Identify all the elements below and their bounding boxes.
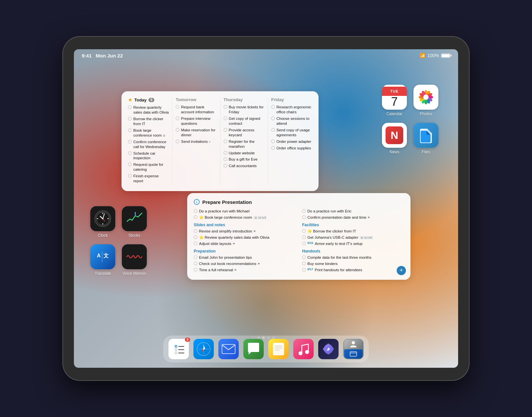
cal-date-number: 7 bbox=[391, 96, 398, 108]
today-star-icon: ★ bbox=[128, 97, 132, 102]
pres-circle bbox=[194, 262, 197, 265]
cal-day-label: TUE bbox=[382, 87, 407, 96]
calendar-icon: TUE 7 bbox=[382, 85, 407, 110]
dock-reminders[interactable]: 9 bbox=[168, 339, 189, 359]
translate-icon: A 文 bbox=[90, 244, 115, 269]
preparation-section-title: Preparation bbox=[194, 249, 296, 253]
task-item: Call accountants bbox=[224, 164, 264, 168]
task-item: Borrow the clicker from IT bbox=[128, 117, 169, 126]
task-text: ⭐ Review quarterly sales data with Olivi… bbox=[199, 235, 269, 240]
task-text: Get Johanna's USB-C adapter ⊞ 6d left bbox=[307, 235, 373, 240]
task-text: Revise and simplify introduction ⚑ bbox=[199, 229, 256, 234]
files-app[interactable]: Files bbox=[413, 123, 438, 154]
pres-circle bbox=[194, 235, 197, 239]
pres-circle bbox=[302, 215, 306, 219]
task-text: Prepare interview questions bbox=[181, 116, 216, 126]
reminders-badge: 9 bbox=[185, 338, 190, 342]
pres-task: Do a practice run with Eric bbox=[302, 209, 404, 214]
translate-app[interactable]: A 文 Translate bbox=[90, 244, 115, 276]
dock-cardhop[interactable] bbox=[343, 339, 364, 359]
add-task-button[interactable]: + bbox=[397, 266, 406, 275]
task-item: Schedule car inspection bbox=[128, 151, 169, 161]
svg-rect-46 bbox=[273, 343, 284, 355]
pres-circle bbox=[302, 268, 306, 272]
clock-icon bbox=[90, 206, 115, 231]
thursday-title: Thursday bbox=[224, 97, 264, 102]
dock-safari[interactable] bbox=[193, 339, 214, 359]
news-app[interactable]: N News bbox=[382, 123, 407, 154]
battery-percent: 100% bbox=[427, 53, 439, 58]
task-text: Schedule car inspection bbox=[133, 151, 169, 161]
task-item: Choose sessions to attend bbox=[271, 116, 312, 126]
task-item: Request bank account information bbox=[176, 105, 216, 115]
task-text: Make reservation for dinner bbox=[181, 128, 216, 138]
task-text: Get copy of signed contract bbox=[229, 116, 264, 126]
today-label: Today bbox=[134, 98, 146, 102]
dock-notes[interactable] bbox=[268, 339, 289, 359]
presentation-title: Prepare Presentation bbox=[202, 199, 252, 205]
stocks-app[interactable]: Stocks bbox=[122, 206, 147, 238]
task-item: Register for the marathon bbox=[224, 139, 264, 149]
task-text: Register for the marathon bbox=[229, 139, 264, 149]
dock-music[interactable] bbox=[293, 339, 314, 359]
task-text: Provide access keycard bbox=[229, 128, 264, 138]
svg-point-22 bbox=[102, 218, 103, 219]
pres-task: Get Johanna's USB-C adapter ⊞ 6d left bbox=[302, 235, 404, 240]
clock-app[interactable]: Clock bbox=[90, 206, 115, 238]
task-item: Prepare interview questions bbox=[176, 116, 216, 126]
tomorrow-title: Tomorrow bbox=[176, 97, 216, 102]
task-text: Compile data for the last three months bbox=[307, 255, 371, 260]
task-item: Order office supplies bbox=[271, 146, 312, 151]
task-text: Research ergonomic office chairs bbox=[277, 105, 312, 115]
ipad-screen: 9:41 Mon Jun 22 📶 100% ★ Today bbox=[74, 49, 458, 368]
svg-point-12 bbox=[423, 95, 429, 100]
tomorrow-column: Tomorrow Request bank account informatio… bbox=[176, 97, 220, 185]
task-circle bbox=[224, 157, 227, 161]
svg-rect-44 bbox=[222, 344, 235, 354]
svg-text:A: A bbox=[97, 253, 101, 258]
svg-text:文: 文 bbox=[103, 252, 109, 258]
dock-messages[interactable] bbox=[243, 339, 264, 359]
task-date-tag: 9/15 bbox=[307, 241, 313, 245]
task-text: Buy a gift for Eve bbox=[229, 157, 258, 162]
voicememos-app[interactable]: Voice Memos bbox=[122, 244, 147, 276]
task-item: Confirm conference call for Wednesday bbox=[128, 140, 169, 149]
task-text: Order power adapter bbox=[277, 139, 311, 144]
dock-mail[interactable] bbox=[218, 339, 239, 359]
task-circle bbox=[128, 105, 132, 109]
presentation-widget[interactable]: i Prepare Presentation Do a practice run… bbox=[187, 193, 410, 280]
battery-icon bbox=[441, 54, 450, 58]
task-item: Buy movie tickets for Friday bbox=[224, 105, 264, 115]
svg-rect-23 bbox=[125, 210, 143, 228]
svg-point-50 bbox=[299, 351, 302, 355]
task-item: Update website bbox=[224, 151, 264, 156]
pres-circle bbox=[194, 268, 197, 272]
task-circle bbox=[271, 117, 275, 120]
dock-shortcuts[interactable] bbox=[318, 339, 339, 359]
pres-task: ⭐ Review quarterly sales data with Olivi… bbox=[194, 235, 296, 240]
news-icon: N bbox=[382, 123, 407, 148]
pres-circle bbox=[194, 215, 197, 219]
task-item: Finish expense report bbox=[128, 174, 169, 184]
pres-circle bbox=[194, 255, 197, 259]
svg-marker-41 bbox=[204, 345, 205, 349]
pres-circle bbox=[302, 242, 306, 245]
pres-circle bbox=[302, 255, 306, 259]
pres-task: Check out book recommendations ⚑ bbox=[194, 261, 296, 266]
today-title: ★ Today 9 bbox=[128, 97, 169, 102]
pres-task: Revise and simplify introduction ⚑ bbox=[194, 229, 296, 234]
task-text: Request quote for catering bbox=[133, 162, 169, 172]
task-text: Adjust slide layouts ⚑ bbox=[199, 241, 235, 246]
photos-app[interactable]: Photos bbox=[413, 85, 438, 116]
task-item: Review quarterly sales data with Olivia bbox=[128, 105, 169, 115]
calendar-app[interactable]: TUE 7 Calendar bbox=[382, 85, 407, 116]
news-label: News bbox=[389, 150, 399, 154]
friday-column: Friday Research ergonomic office chairs … bbox=[271, 97, 312, 185]
task-circle bbox=[176, 128, 179, 132]
task-text: Borrow the clicker from IT bbox=[133, 117, 169, 126]
reminders-widget[interactable]: ★ Today 9 Review quarterly sales data wi… bbox=[122, 91, 319, 191]
today-column: ★ Today 9 Review quarterly sales data wi… bbox=[128, 97, 172, 185]
svg-rect-53 bbox=[350, 352, 357, 356]
task-item: Provide access keycard bbox=[224, 128, 264, 138]
task-note-tag: ⊞ 6d left bbox=[359, 236, 373, 240]
